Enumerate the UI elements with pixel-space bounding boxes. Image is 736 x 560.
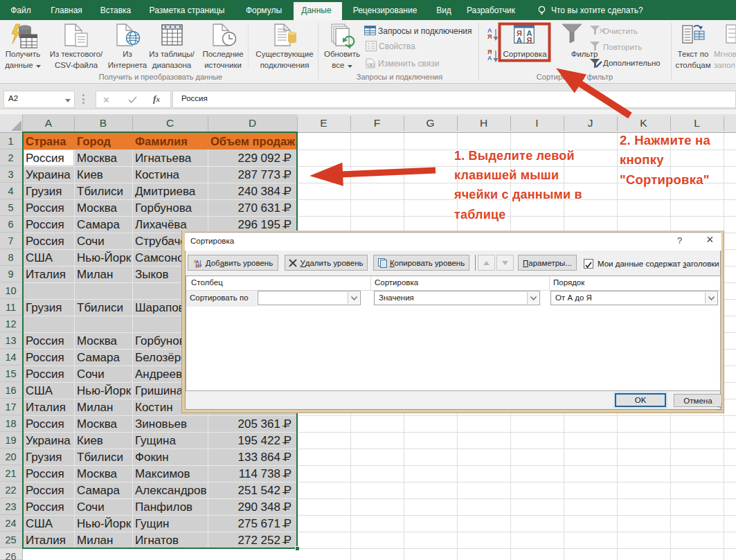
svg-text:Я: Я <box>195 263 199 268</box>
svg-text:Я: Я <box>527 36 532 44</box>
svg-text:А: А <box>517 36 522 44</box>
